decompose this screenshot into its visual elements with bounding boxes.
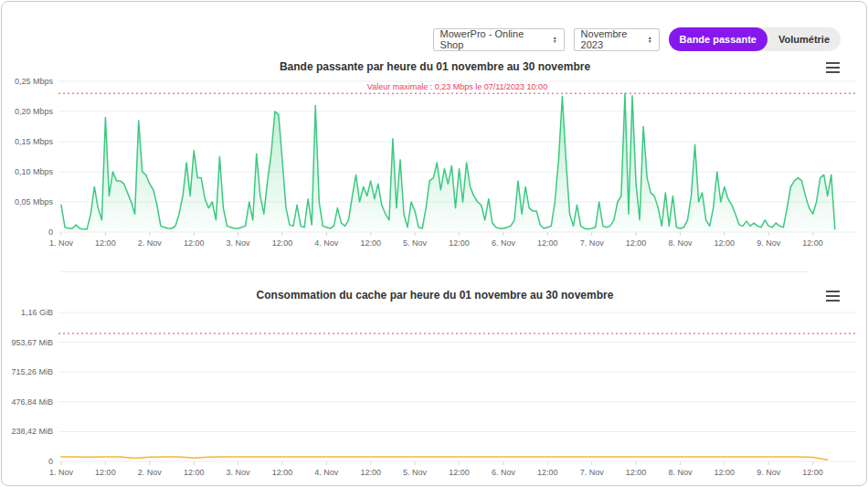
- svg-text:7. Nov: 7. Nov: [580, 468, 605, 477]
- svg-text:8. Nov: 8. Nov: [668, 468, 693, 477]
- svg-text:12:00: 12:00: [360, 468, 381, 477]
- select-updown-icon: ▲▼: [648, 36, 652, 43]
- svg-text:3. Nov: 3. Nov: [227, 238, 251, 248]
- svg-text:12:00: 12:00: [360, 238, 381, 248]
- svg-text:12:00: 12:00: [802, 468, 823, 477]
- svg-text:12:00: 12:00: [802, 238, 823, 248]
- cache-chart-section: Consommation du cache par heure du 01 no…: [2, 283, 867, 486]
- site-select-value: MowerPro - Online Shop: [440, 28, 547, 50]
- svg-text:12:00: 12:00: [715, 468, 736, 477]
- svg-text:12:00: 12:00: [95, 468, 116, 477]
- svg-text:2. Nov: 2. Nov: [138, 238, 163, 248]
- metric-toggle-group: Bande passante Volumétrie: [669, 27, 841, 51]
- svg-text:0,25 Mbps: 0,25 Mbps: [15, 77, 54, 86]
- dashboard-card: MowerPro - Online Shop ▲▼ Novembre 2023 …: [1, 1, 867, 486]
- svg-text:12:00: 12:00: [184, 468, 205, 477]
- svg-text:4. Nov: 4. Nov: [314, 238, 339, 248]
- month-select[interactable]: Novembre 2023 ▲▼: [574, 28, 660, 51]
- svg-text:238,42 MiB: 238,42 MiB: [11, 427, 53, 436]
- svg-text:12:00: 12:00: [537, 468, 558, 477]
- svg-text:9. Nov: 9. Nov: [757, 238, 781, 248]
- bandwidth-chart-section: Bande passante par heure du 01 novembre …: [2, 55, 867, 256]
- svg-text:1. Nov: 1. Nov: [49, 468, 74, 477]
- svg-text:12:00: 12:00: [272, 468, 293, 477]
- svg-text:715,26 MiB: 715,26 MiB: [11, 367, 53, 376]
- svg-text:12:00: 12:00: [449, 238, 470, 248]
- svg-text:12:00: 12:00: [537, 238, 558, 248]
- svg-text:5. Nov: 5. Nov: [403, 238, 428, 248]
- svg-text:12:00: 12:00: [626, 468, 647, 477]
- svg-text:476,84 MiB: 476,84 MiB: [11, 397, 53, 407]
- month-select-value: Novembre 2023: [581, 28, 642, 50]
- svg-text:12:00: 12:00: [626, 238, 647, 248]
- svg-text:5. Nov: 5. Nov: [403, 468, 428, 477]
- svg-text:1,16 GiB: 1,16 GiB: [21, 308, 53, 317]
- svg-text:9. Nov: 9. Nov: [757, 468, 781, 477]
- svg-text:0,15 Mbps: 0,15 Mbps: [15, 137, 54, 146]
- svg-text:8. Nov: 8. Nov: [668, 238, 693, 248]
- svg-text:12:00: 12:00: [449, 468, 470, 477]
- svg-text:6. Nov: 6. Nov: [492, 238, 516, 248]
- select-updown-icon: ▲▼: [553, 36, 557, 43]
- svg-text:0,20 Mbps: 0,20 Mbps: [15, 107, 54, 116]
- svg-text:Valeur maximale : 0,23 Mbps le: Valeur maximale : 0,23 Mbps le 07/11/202…: [367, 82, 547, 91]
- svg-text:0: 0: [48, 228, 53, 237]
- svg-text:3. Nov: 3. Nov: [227, 468, 251, 477]
- svg-text:0: 0: [48, 457, 53, 466]
- toggle-bande-passante[interactable]: Bande passante: [669, 27, 767, 51]
- svg-text:6. Nov: 6. Nov: [492, 468, 516, 477]
- svg-text:953,67 MiB: 953,67 MiB: [11, 338, 53, 347]
- bandwidth-chart: 00,05 Mbps0,10 Mbps0,15 Mbps0,20 Mbps0,2…: [2, 55, 867, 256]
- section-divider: [60, 271, 810, 272]
- site-select[interactable]: MowerPro - Online Shop ▲▼: [433, 28, 565, 51]
- svg-text:12:00: 12:00: [272, 238, 293, 248]
- svg-text:12:00: 12:00: [184, 238, 205, 248]
- svg-text:7. Nov: 7. Nov: [580, 238, 605, 248]
- svg-text:0,10 Mbps: 0,10 Mbps: [15, 167, 54, 176]
- svg-text:0,05 Mbps: 0,05 Mbps: [15, 197, 54, 206]
- cache-chart: 0238,42 MiB476,84 MiB715,26 MiB953,67 Mi…: [2, 283, 867, 486]
- header-controls: MowerPro - Online Shop ▲▼ Novembre 2023 …: [433, 27, 841, 51]
- svg-text:4. Nov: 4. Nov: [314, 468, 339, 477]
- toggle-volumetrie[interactable]: Volumétrie: [767, 27, 841, 51]
- svg-text:2. Nov: 2. Nov: [138, 468, 163, 477]
- svg-text:12:00: 12:00: [715, 238, 736, 248]
- svg-text:1. Nov: 1. Nov: [49, 238, 74, 248]
- svg-text:12:00: 12:00: [95, 238, 116, 248]
